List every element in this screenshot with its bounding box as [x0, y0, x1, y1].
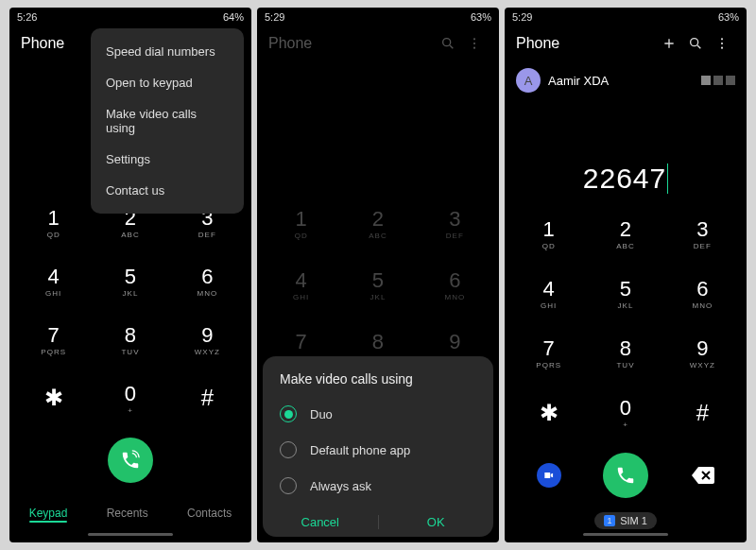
key-3[interactable]: 3DEF [417, 193, 493, 254]
key-1[interactable]: 1QD [15, 193, 92, 251]
svg-point-3 [473, 43, 475, 44]
key-6[interactable]: 6MNO [169, 251, 246, 310]
svg-point-9 [721, 38, 723, 40]
more-icon[interactable] [709, 36, 735, 51]
menu-video-calls[interactable]: Make video calls using [91, 98, 244, 144]
radio-selected-icon [280, 405, 297, 422]
key-7[interactable]: 7PQRS [15, 310, 92, 369]
option-default[interactable]: Default phone app [263, 432, 493, 468]
backspace-button[interactable] [692, 467, 714, 484]
key-6[interactable]: 6MNO [664, 264, 741, 323]
video-call-dialog: Make video calls using Duo Default phone… [263, 356, 493, 537]
key-2[interactable]: 2ABC [339, 193, 416, 254]
key-*[interactable]: ✱ [15, 369, 92, 427]
screen-menu: 5:26 64% Phone Speed dial numbers Open t… [9, 8, 251, 542]
key-9[interactable]: 9WXYZ [169, 310, 246, 369]
battery-text: 64% [223, 11, 244, 23]
svg-line-1 [450, 45, 453, 48]
tab-recents[interactable]: Recents [107, 507, 148, 520]
svg-point-10 [721, 43, 723, 44]
suggestion-name: Aamir XDA [548, 74, 609, 88]
key-2[interactable]: 2ABC [587, 204, 663, 264]
nav-handle [505, 533, 747, 542]
display-area [257, 60, 499, 193]
tab-contacts[interactable]: Contacts [187, 507, 232, 520]
svg-line-8 [697, 45, 700, 48]
status-time: 5:29 [265, 11, 284, 23]
svg-point-11 [721, 47, 723, 49]
sim-label: SIM 1 [620, 515, 647, 526]
overflow-menu: Speed dial numbers Open to keypad Make v… [91, 28, 244, 214]
dialed-number: 22647 [583, 163, 668, 195]
avatar: A [516, 68, 541, 93]
svg-point-4 [473, 47, 475, 49]
key-7[interactable]: 7PQRS [510, 323, 587, 383]
key-8[interactable]: 8TUV [587, 323, 663, 383]
menu-open-keypad[interactable]: Open to keypad [91, 67, 244, 98]
video-call-button[interactable] [537, 463, 561, 488]
key-0[interactable]: 0+ [92, 369, 168, 427]
number-masked-icon [701, 76, 735, 85]
screen-dialed: 5:29 63% Phone A Aamir XDA 22647 1QD2ABC… [505, 8, 747, 542]
keypad: 1QD2ABC3DEF4GHI5JKL6MNO7PQRS8TUV9WXYZ✱0+… [9, 193, 251, 427]
ok-button[interactable]: OK [379, 515, 494, 529]
app-title: Phone [516, 35, 656, 52]
option-label: Default phone app [310, 443, 410, 457]
status-time: 5:29 [512, 11, 532, 23]
svg-point-7 [691, 39, 698, 46]
key-8[interactable]: 8TUV [92, 310, 168, 369]
option-label: Always ask [310, 479, 371, 493]
search-icon[interactable] [682, 36, 709, 51]
key-9[interactable]: 9WXYZ [664, 323, 741, 383]
cancel-button[interactable]: Cancel [263, 515, 378, 529]
menu-contact-us[interactable]: Contact us [91, 175, 244, 206]
key-1[interactable]: 1QD [510, 204, 587, 264]
svg-point-0 [443, 39, 451, 46]
key-4[interactable]: 4GHI [263, 254, 339, 316]
sim-chip[interactable]: 1 SIM 1 [594, 512, 657, 529]
key-3[interactable]: 3DEF [664, 204, 741, 264]
sim-number: 1 [604, 515, 615, 526]
call-button[interactable] [603, 453, 648, 498]
menu-settings[interactable]: Settings [91, 144, 244, 175]
key-5[interactable]: 5JKL [92, 251, 168, 310]
screen-dialog: 5:29 63% Phone 1QD2ABC3DEF4GHI5JKL6MNO7P… [257, 8, 499, 542]
keypad: 1QD2ABC3DEF4GHI5JKL6MNO7PQRS8TUV9WXYZ✱0+… [505, 204, 747, 442]
svg-point-2 [473, 38, 475, 40]
radio-icon [280, 441, 297, 458]
key-*[interactable]: ✱ [510, 383, 587, 442]
dialog-title: Make video calls using [263, 371, 493, 396]
battery-text: 63% [718, 11, 739, 23]
contact-suggestion[interactable]: A Aamir XDA [505, 60, 747, 100]
key-5[interactable]: 5JKL [587, 264, 663, 323]
add-icon[interactable] [656, 36, 682, 51]
key-0[interactable]: 0+ [587, 383, 663, 442]
key-4[interactable]: 4GHI [15, 251, 92, 310]
option-duo[interactable]: Duo [263, 396, 493, 432]
nav-handle [9, 533, 251, 542]
option-always-ask[interactable]: Always ask [263, 468, 493, 504]
tab-keypad[interactable]: Keypad [29, 507, 68, 520]
status-bar: 5:26 64% [9, 8, 251, 26]
key-6[interactable]: 6MNO [417, 254, 493, 316]
status-time: 5:26 [17, 11, 37, 23]
app-title: Phone [268, 35, 435, 52]
more-icon[interactable] [461, 36, 488, 51]
key-#[interactable]: # [169, 369, 246, 427]
key-#[interactable]: # [664, 383, 741, 442]
battery-text: 63% [471, 11, 491, 23]
key-5[interactable]: 5JKL [339, 254, 416, 316]
key-4[interactable]: 4GHI [510, 264, 587, 323]
search-icon[interactable] [435, 36, 461, 51]
display-area: 22647 [505, 100, 747, 204]
call-button[interactable] [108, 438, 153, 483]
bottom-tabs: Keypad Recents Contacts [9, 493, 251, 533]
menu-speed-dial[interactable]: Speed dial numbers [91, 36, 244, 67]
status-bar: 5:29 63% [505, 8, 747, 26]
status-bar: 5:29 63% [257, 8, 499, 26]
radio-icon [280, 477, 297, 494]
option-label: Duo [310, 407, 333, 421]
key-1[interactable]: 1QD [263, 193, 339, 254]
